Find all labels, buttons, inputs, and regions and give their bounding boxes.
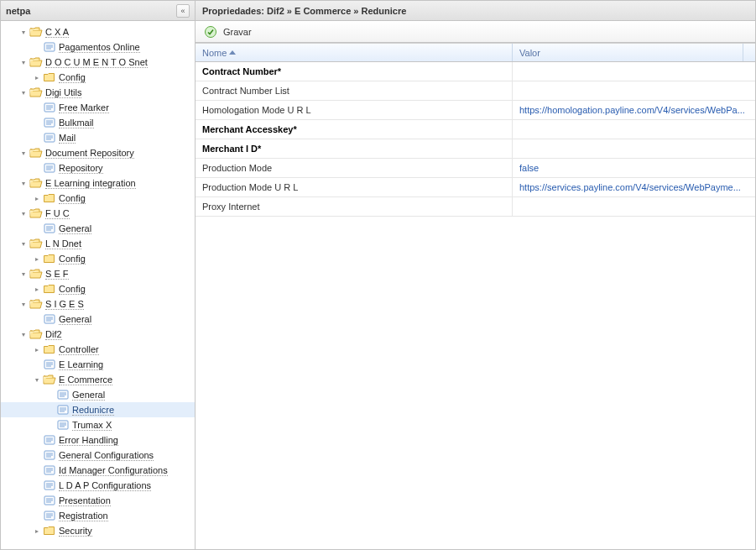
toggle-expanded-icon[interactable]: ▾: [19, 58, 28, 66]
properties-grid: Nome Valor Contract Number*Contract Numb…: [196, 43, 755, 549]
tree-node[interactable]: ▾D O C U M E N T O Snet: [1, 55, 195, 70]
tree-node[interactable]: ▾E Commerce: [1, 372, 195, 387]
tree-node[interactable]: ▸Config: [1, 251, 195, 266]
tree-node[interactable]: ▸Controller: [1, 342, 195, 357]
item-icon: [43, 161, 56, 175]
tree-node[interactable]: Registration: [1, 508, 195, 523]
toggle-expanded-icon[interactable]: ▾: [19, 300, 28, 308]
toggle-expanded-icon[interactable]: ▾: [19, 209, 28, 217]
tree-node[interactable]: ▸Security: [1, 523, 195, 538]
tree-node[interactable]: L D A P Configurations: [1, 478, 195, 493]
toggle-expanded-icon[interactable]: ▾: [19, 330, 28, 338]
tree-node[interactable]: Error Handling: [1, 432, 195, 448]
table-row[interactable]: Homologation Mode U R Lhttps://homologat…: [196, 101, 755, 120]
tree-node[interactable]: Bulkmail: [1, 115, 195, 130]
column-header-nome-label: Nome: [202, 48, 227, 58]
tree-node[interactable]: ▾Digi Utils: [1, 85, 195, 100]
tree-node[interactable]: ▸Config: [1, 70, 195, 85]
tree-node[interactable]: ▾Dif2: [1, 327, 195, 342]
tree-node[interactable]: Mail: [1, 130, 195, 145]
item-icon: [43, 464, 56, 477]
toggle-collapsed-icon[interactable]: ▸: [33, 285, 41, 293]
folder-icon: [43, 191, 56, 205]
item-icon: [43, 448, 56, 462]
item-icon: [56, 388, 70, 401]
folder-open-icon: [29, 237, 43, 250]
tree-node[interactable]: Trumax X: [1, 417, 195, 432]
main-panel: Propriedades: Dif2 » E Commerce » Reduni…: [196, 1, 755, 549]
item-icon: [43, 433, 56, 447]
toggle-collapsed-icon[interactable]: ▸: [33, 194, 41, 202]
tree-node-label: E Learning: [59, 359, 103, 370]
tree-node[interactable]: General Configurations: [1, 448, 195, 463]
tree-node[interactable]: ▾C X A: [1, 24, 195, 39]
toggle-collapsed-icon[interactable]: ▸: [33, 254, 41, 263]
table-row[interactable]: Contract Number List: [196, 81, 755, 101]
cell-nome: Production Mode: [196, 159, 513, 177]
folder-icon: [43, 252, 56, 265]
cell-valor[interactable]: https://homologation.payline.com/V4/serv…: [513, 101, 755, 119]
tree-node[interactable]: ▸Config: [1, 281, 195, 296]
tree-node[interactable]: ▾S I G E S: [1, 296, 195, 312]
tree-node[interactable]: Presentation: [1, 493, 195, 508]
cell-valor[interactable]: false: [513, 159, 755, 177]
tree-node-label: Config: [59, 254, 86, 265]
cell-valor[interactable]: [513, 139, 755, 158]
toggle-expanded-icon[interactable]: ▾: [19, 149, 28, 157]
tree-node[interactable]: ▾Document Repository: [1, 145, 195, 160]
cell-valor[interactable]: [513, 197, 755, 216]
tree-node[interactable]: ▾S E F: [1, 266, 195, 281]
tree-node-label: Registration: [59, 511, 108, 521]
tree-node[interactable]: Pagamentos Online: [1, 39, 195, 55]
tree-node[interactable]: Repository: [1, 160, 195, 175]
tree-node[interactable]: General: [1, 312, 195, 327]
toggle-expanded-icon[interactable]: ▾: [19, 239, 28, 248]
tree-node[interactable]: ▸Config: [1, 191, 195, 206]
toggle-expanded-icon[interactable]: ▾: [19, 88, 28, 97]
save-button[interactable]: Gravar: [201, 24, 255, 40]
toggle-collapsed-icon[interactable]: ▸: [33, 526, 41, 535]
tree-node[interactable]: Free Marker: [1, 100, 195, 115]
toggle-expanded-icon[interactable]: ▾: [19, 270, 28, 278]
cell-valor[interactable]: [513, 81, 755, 100]
tree-node-label: Presentation: [59, 495, 111, 506]
cell-valor[interactable]: https://services.payline.com/V4/services…: [513, 178, 755, 196]
table-row[interactable]: Production Modefalse: [196, 159, 755, 178]
toolbar: Gravar: [196, 21, 755, 43]
collapse-sidebar-button[interactable]: «: [176, 4, 190, 18]
tree-node-label: Config: [59, 284, 86, 295]
folder-open-icon: [29, 207, 43, 220]
table-row[interactable]: Merchant I D*: [196, 139, 755, 159]
toggle-expanded-icon[interactable]: ▾: [19, 28, 28, 36]
cell-valor[interactable]: [513, 120, 755, 139]
tree-node[interactable]: ▾E Learning integration: [1, 175, 195, 191]
table-row[interactable]: Production Mode U R Lhttps://services.pa…: [196, 178, 755, 197]
nav-tree[interactable]: ▾C X APagamentos Online▾D O C U M E N T …: [1, 21, 195, 549]
toggle-collapsed-icon[interactable]: ▸: [33, 73, 41, 81]
cell-nome: Production Mode U R L: [196, 178, 513, 196]
table-row[interactable]: Proxy Internet: [196, 197, 755, 217]
table-row[interactable]: Merchant Accesskey*: [196, 120, 755, 139]
grid-body: Contract Number*Contract Number ListHomo…: [196, 62, 755, 217]
tree-node[interactable]: E Learning: [1, 357, 195, 372]
tree-node[interactable]: ▾F U C: [1, 206, 195, 221]
column-header-nome[interactable]: Nome: [196, 44, 513, 61]
table-row[interactable]: Contract Number*: [196, 62, 755, 81]
column-header-valor[interactable]: Valor: [513, 44, 743, 61]
folder-open-icon: [29, 297, 43, 311]
toggle-expanded-icon[interactable]: ▾: [33, 375, 41, 384]
folder-open-icon: [29, 146, 43, 160]
tree-node[interactable]: Redunicre: [1, 402, 195, 417]
toggle-collapsed-icon[interactable]: ▸: [33, 345, 41, 354]
cell-valor[interactable]: [513, 62, 755, 81]
tree-node[interactable]: General: [1, 387, 195, 402]
tree-node[interactable]: General: [1, 221, 195, 236]
toggle-expanded-icon[interactable]: ▾: [19, 179, 28, 187]
save-button-label: Gravar: [223, 27, 252, 37]
cell-nome: Proxy Internet: [196, 197, 513, 216]
tree-node[interactable]: ▾L N Dnet: [1, 236, 195, 251]
item-icon: [43, 222, 56, 235]
tree-node[interactable]: Id Manager Configurations: [1, 463, 195, 478]
tree-node-label: Id Manager Configurations: [59, 465, 168, 476]
folder-open-icon: [29, 55, 43, 69]
